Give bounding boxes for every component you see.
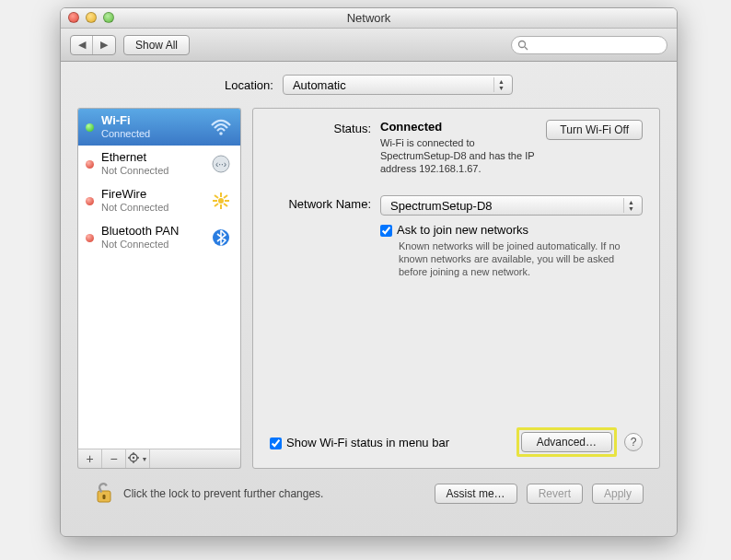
ask-to-join-subtext: Known networks will be joined automatica… [399, 239, 638, 278]
service-item-firewire[interactable]: FireWire Not Connected [78, 182, 240, 219]
chevron-updown-icon: ▲▼ [623, 198, 638, 213]
forward-button[interactable]: ▶ [93, 36, 115, 54]
back-button[interactable]: ◀ [71, 36, 93, 54]
search-field[interactable] [511, 36, 667, 54]
svg-point-2 [219, 132, 223, 135]
status-label: Status: [270, 120, 380, 135]
status-dot-icon [86, 123, 94, 132]
add-service-button[interactable]: + [78, 449, 102, 468]
location-label: Location: [225, 78, 273, 92]
svg-line-11 [224, 195, 227, 198]
status-dot-icon [86, 234, 94, 242]
location-row: Location: Automatic ▲▼ [77, 75, 660, 95]
svg-point-0 [519, 41, 526, 47]
svg-point-16 [132, 457, 133, 459]
location-popup[interactable]: Automatic ▲▼ [283, 75, 513, 95]
chevron-updown-icon: ▲▼ [493, 77, 508, 92]
svg-line-12 [215, 204, 218, 206]
revert-button[interactable]: Revert [527, 484, 583, 504]
advanced-highlight: Advanced… [516, 427, 617, 457]
show-wifi-menubar-input[interactable] [270, 438, 282, 449]
zoom-icon[interactable] [103, 12, 114, 23]
remove-service-button[interactable]: − [102, 449, 126, 468]
service-item-ethernet[interactable]: Ethernet Not Connected ‹··› [78, 146, 240, 182]
firewire-icon [209, 189, 233, 213]
lock-icon[interactable] [94, 480, 114, 507]
apply-button[interactable]: Apply [592, 484, 644, 504]
status-dot-icon [86, 160, 94, 169]
minimize-icon[interactable] [86, 12, 97, 23]
service-action-menu[interactable]: ▼ [126, 449, 150, 468]
status-subtext: Wi-Fi is connected to SpectrumSetup-D8 a… [380, 136, 537, 175]
traffic-lights [68, 12, 114, 23]
wifi-icon [209, 115, 233, 139]
help-button[interactable]: ? [624, 433, 643, 451]
status-dot-icon [86, 197, 94, 205]
service-item-wifi[interactable]: Wi-Fi Connected [78, 109, 240, 146]
gear-icon [128, 452, 141, 465]
ethernet-icon: ‹··› [209, 152, 233, 176]
show-all-button[interactable]: Show All [123, 35, 190, 55]
network-name-label: Network Name: [270, 195, 380, 216]
detail-pane: Status: Connected Wi-Fi is connected to … [252, 108, 660, 469]
service-list: Wi-Fi Connected [77, 108, 241, 449]
window-title: Network [347, 11, 391, 25]
lock-text: Click the lock to prevent further change… [123, 487, 323, 500]
service-item-bluetooth-pan[interactable]: Bluetooth PAN Not Connected [78, 219, 240, 256]
svg-line-10 [215, 195, 218, 198]
svg-text:‹··›: ‹··› [215, 159, 226, 169]
svg-point-5 [218, 198, 224, 204]
status-value: Connected [380, 120, 537, 134]
show-wifi-menubar-checkbox[interactable]: Show Wi-Fi status in menu bar [270, 436, 449, 449]
ask-to-join-input[interactable] [380, 225, 392, 237]
close-icon[interactable] [68, 12, 79, 23]
svg-line-1 [525, 47, 528, 50]
service-sidebar: Wi-Fi Connected [77, 108, 241, 469]
svg-line-13 [224, 204, 227, 206]
bottom-bar: Click the lock to prevent further change… [77, 469, 660, 507]
nav-back-forward: ◀ ▶ [70, 35, 116, 55]
search-icon [517, 40, 528, 51]
advanced-button[interactable]: Advanced… [521, 432, 612, 452]
network-preferences-window: Network ◀ ▶ Show All Location: Automatic… [60, 7, 678, 537]
svg-rect-22 [103, 495, 106, 499]
titlebar: Network [61, 8, 677, 29]
service-list-footer: + − ▼ [77, 449, 241, 469]
assist-me-button[interactable]: Assist me… [435, 484, 517, 504]
ask-to-join-checkbox[interactable]: Ask to join new networks [380, 223, 643, 237]
bluetooth-icon [209, 226, 233, 250]
turn-wifi-off-button[interactable]: Turn Wi-Fi Off [546, 120, 643, 140]
network-name-popup[interactable]: SpectrumSetup-D8 ▲▼ [380, 195, 643, 216]
toolbar: ◀ ▶ Show All [61, 29, 677, 62]
